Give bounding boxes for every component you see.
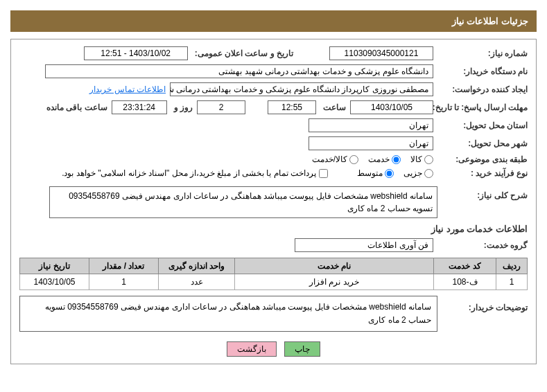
deadline-time-value: 12:55 xyxy=(268,100,316,114)
deadline-date-value: 1403/10/05 xyxy=(350,100,433,114)
radio-goods-service-label: کالا/خدمت xyxy=(312,154,347,164)
radio-goods-input[interactable] xyxy=(424,155,433,164)
td-unit: عدد xyxy=(159,274,235,290)
td-date: 1403/10/05 xyxy=(20,274,89,290)
radio-medium-input[interactable] xyxy=(385,169,394,178)
time-label: ساعت xyxy=(320,103,346,112)
radio-service[interactable]: خدمت xyxy=(368,154,401,164)
days-remaining-value: 2 xyxy=(197,100,245,114)
radio-goods[interactable]: کالا xyxy=(410,154,433,164)
th-qty: تعداد / مقدار xyxy=(89,258,159,274)
time-remaining-value: 23:31:24 xyxy=(112,100,167,114)
back-button[interactable]: بازگشت xyxy=(227,341,277,357)
creator-value: مصطفی نوروزی کارپرداز دانشگاه علوم پزشکی… xyxy=(170,82,433,96)
category-label: طبقه بندی موضوعی: xyxy=(437,154,528,164)
announce-date-label: تاریخ و ساعت اعلان عمومی: xyxy=(192,48,293,58)
need-desc-label: شرح کلی نیاز: xyxy=(437,186,528,200)
payment-checkbox[interactable] xyxy=(319,169,328,178)
province-label: استان محل تحویل: xyxy=(437,121,528,130)
form-container: شماره نیاز: 1103090345000121 تاریخ و ساع… xyxy=(10,39,537,364)
days-and-label: روز و xyxy=(171,103,193,112)
print-button[interactable]: چاپ xyxy=(284,341,320,357)
announce-date-value: 1403/10/02 - 12:51 xyxy=(84,46,188,60)
radio-partial-label: جزیی xyxy=(403,168,422,178)
city-label: شهر محل تحویل: xyxy=(437,139,528,148)
buyer-notes-label: توضیحات خریدار: xyxy=(437,296,528,312)
services-table: ردیف کد خدمت نام خدمت واحد اندازه گیری ت… xyxy=(19,258,528,290)
th-name: نام خدمت xyxy=(235,258,434,274)
th-unit: واحد اندازه گیری xyxy=(159,258,235,274)
radio-medium[interactable]: متوسط xyxy=(357,168,394,178)
service-group-value: فن آوری اطلاعات xyxy=(295,238,433,252)
buyer-notes-box: سامانه webshield مشخصات فایل پیوست میباش… xyxy=(19,296,437,332)
deadline-label: مهلت ارسال پاسخ: تا تاریخ: xyxy=(437,103,528,112)
category-radio-group: کالا خدمت کالا/خدمت xyxy=(312,154,433,164)
city-value: تهران xyxy=(309,136,433,150)
td-name: خرید نرم افزار xyxy=(235,274,434,290)
radio-service-label: خدمت xyxy=(368,154,390,164)
button-row: چاپ بازگشت xyxy=(19,341,528,357)
radio-medium-label: متوسط xyxy=(357,168,383,178)
th-row: ردیف xyxy=(496,258,528,274)
need-number-label: شماره نیاز: xyxy=(437,48,528,58)
need-desc-box: سامانه webshield مشخصات فایل پیوست میباش… xyxy=(49,186,437,218)
need-number-value: 1103090345000121 xyxy=(329,46,433,60)
td-qty: 1 xyxy=(89,274,159,290)
td-row: 1 xyxy=(496,274,528,290)
buyer-org-value: دانشگاه علوم پزشکی و خدمات بهداشتی درمان… xyxy=(45,64,433,78)
payment-note-text: پرداخت تمام یا بخشی از مبلغ خرید،از محل … xyxy=(62,168,316,178)
time-remaining-label: ساعت باقی مانده xyxy=(44,103,107,112)
th-code: کد خدمت xyxy=(434,258,496,274)
service-group-label: گروه خدمت: xyxy=(437,240,528,250)
table-row: 1 ف-108 خرید نرم افزار عدد 1 1403/10/05 xyxy=(20,274,528,290)
radio-partial-input[interactable] xyxy=(424,169,433,178)
services-section-title: اطلاعات خدمات مورد نیاز xyxy=(19,224,528,234)
radio-partial[interactable]: جزیی xyxy=(403,168,433,178)
radio-goods-service[interactable]: کالا/خدمت xyxy=(312,154,358,164)
td-code: ف-108 xyxy=(434,274,496,290)
province-value: تهران xyxy=(309,118,433,132)
table-header-row: ردیف کد خدمت نام خدمت واحد اندازه گیری ت… xyxy=(20,258,528,274)
payment-note-row: پرداخت تمام یا بخشی از مبلغ خرید،از محل … xyxy=(62,168,328,178)
buyer-contact-link[interactable]: اطلاعات تماس خریدار xyxy=(89,84,166,94)
page-header: جزئیات اطلاعات نیاز xyxy=(10,10,537,32)
th-date: تاریخ نیاز xyxy=(20,258,89,274)
buyer-org-label: نام دستگاه خریدار: xyxy=(437,66,528,76)
radio-service-input[interactable] xyxy=(392,155,401,164)
process-type-label: نوع فرآیند خرید : xyxy=(437,168,528,178)
process-radio-group: جزیی متوسط xyxy=(357,168,433,178)
page-title: جزئیات اطلاعات نیاز xyxy=(452,16,528,26)
radio-goods-service-input[interactable] xyxy=(349,155,358,164)
radio-goods-label: کالا xyxy=(410,154,422,164)
creator-label: ایجاد کننده درخواست: xyxy=(437,84,528,94)
